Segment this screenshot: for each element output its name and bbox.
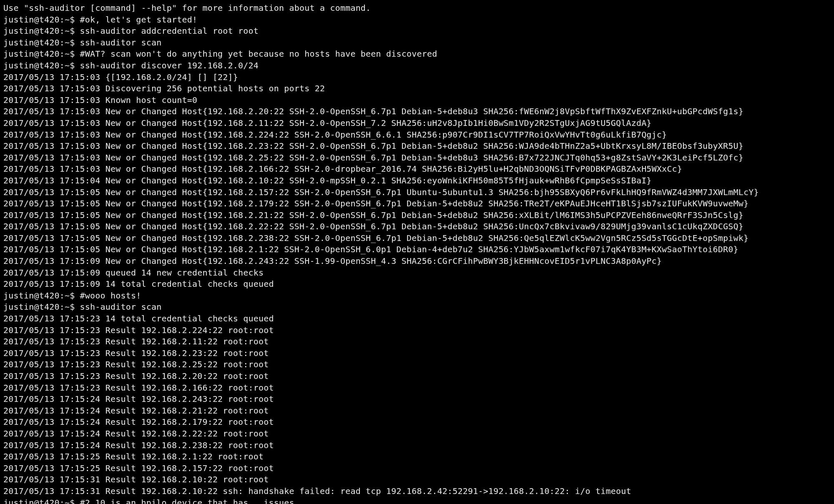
shell-prompt: justin@t420:~$	[3, 15, 75, 25]
terminal-line: 2017/05/13 17:15:03 New or Changed Host{…	[3, 106, 831, 118]
shell-prompt: justin@t420:~$	[3, 60, 75, 70]
command-text: #2.10 is an hpilo device that has.. issu…	[75, 498, 294, 504]
terminal-line: 2017/05/13 17:15:03 New or Changed Host{…	[3, 118, 831, 129]
terminal-line: 2017/05/13 17:15:25 Result 192.168.2.157…	[3, 463, 831, 474]
shell-prompt: justin@t420:~$	[3, 26, 75, 36]
terminal-line: Use "ssh-auditor [command] --help" for m…	[3, 3, 831, 14]
shell-prompt: justin@t420:~$	[3, 302, 75, 312]
terminal-line: 2017/05/13 17:15:05 New or Changed Host{…	[3, 187, 831, 198]
terminal-line: 2017/05/13 17:15:03 {[192.168.2.0/24] []…	[3, 72, 831, 83]
terminal-line: 2017/05/13 17:15:23 Result 192.168.2.11:…	[3, 336, 831, 348]
command-text: ssh-auditor discover 192.168.2.0/24	[75, 60, 259, 70]
terminal-line: 2017/05/13 17:15:09 New or Changed Host{…	[3, 256, 831, 267]
terminal-output[interactable]: Use "ssh-auditor [command] --help" for m…	[0, 0, 834, 504]
command-text: #wooo hosts!	[75, 291, 141, 301]
command-text: #ok, let's get started!	[75, 15, 197, 25]
terminal-line: 2017/05/13 17:15:03 New or Changed Host{…	[3, 129, 831, 141]
terminal-line: 2017/05/13 17:15:05 New or Changed Host{…	[3, 244, 831, 256]
terminal-line: 2017/05/13 17:15:05 New or Changed Host{…	[3, 221, 831, 233]
terminal-line: justin@t420:~$ #2.10 is an hpilo device …	[3, 497, 831, 504]
terminal-line: 2017/05/13 17:15:25 Result 192.168.2.1:2…	[3, 451, 831, 463]
command-text: ssh-auditor addcredential root root	[75, 26, 259, 36]
shell-prompt: justin@t420:~$	[3, 498, 75, 504]
terminal-line: 2017/05/13 17:15:23 14 total credential …	[3, 313, 831, 325]
terminal-line: 2017/05/13 17:15:05 New or Changed Host{…	[3, 198, 831, 210]
terminal-line: 2017/05/13 17:15:31 Result 192.168.2.10:…	[3, 474, 831, 486]
terminal-line: 2017/05/13 17:15:24 Result 192.168.2.243…	[3, 394, 831, 405]
terminal-line: justin@t420:~$ ssh-auditor addcredential…	[3, 25, 831, 37]
terminal-line: 2017/05/13 17:15:23 Result 192.168.2.166…	[3, 382, 831, 394]
terminal-line: 2017/05/13 17:15:23 Result 192.168.2.25:…	[3, 359, 831, 371]
shell-prompt: justin@t420:~$	[3, 49, 75, 59]
terminal-line: 2017/05/13 17:15:24 Result 192.168.2.21:…	[3, 405, 831, 417]
terminal-line: 2017/05/13 17:15:09 14 total credential …	[3, 278, 831, 290]
command-text: #WAT? scan won't do anything yet because…	[75, 49, 437, 59]
terminal-line: justin@t420:~$ ssh-auditor scan	[3, 37, 831, 49]
terminal-line: 2017/05/13 17:15:05 New or Changed Host{…	[3, 210, 831, 221]
terminal-line: 2017/05/13 17:15:23 Result 192.168.2.20:…	[3, 371, 831, 382]
terminal-line: 2017/05/13 17:15:04 New or Changed Host{…	[3, 175, 831, 187]
terminal-line: justin@t420:~$ ssh-auditor discover 192.…	[3, 60, 831, 72]
shell-prompt: justin@t420:~$	[3, 291, 75, 301]
terminal-line: 2017/05/13 17:15:24 Result 192.168.2.22:…	[3, 428, 831, 440]
terminal-line: 2017/05/13 17:15:24 Result 192.168.2.179…	[3, 416, 831, 428]
terminal-line: 2017/05/13 17:15:03 New or Changed Host{…	[3, 140, 831, 152]
terminal-line: 2017/05/13 17:15:05 New or Changed Host{…	[3, 233, 831, 244]
terminal-line: 2017/05/13 17:15:03 Discovering 256 pote…	[3, 83, 831, 95]
terminal-line: justin@t420:~$ #wooo hosts!	[3, 290, 831, 302]
terminal-line: 2017/05/13 17:15:03 New or Changed Host{…	[3, 163, 831, 175]
terminal-line: 2017/05/13 17:15:23 Result 192.168.2.224…	[3, 325, 831, 336]
terminal-line: 2017/05/13 17:15:31 Result 192.168.2.10:…	[3, 486, 831, 497]
terminal-line: justin@t420:~$ ssh-auditor scan	[3, 301, 831, 313]
command-text: ssh-auditor scan	[75, 38, 161, 48]
command-text: ssh-auditor scan	[75, 302, 161, 312]
terminal-line: 2017/05/13 17:15:09 queued 14 new creden…	[3, 267, 831, 279]
terminal-line: justin@t420:~$ #WAT? scan won't do anyth…	[3, 48, 831, 60]
terminal-line: 2017/05/13 17:15:23 Result 192.168.2.23:…	[3, 348, 831, 359]
terminal-line: justin@t420:~$ #ok, let's get started!	[3, 14, 831, 26]
terminal-line: 2017/05/13 17:15:24 Result 192.168.2.238…	[3, 440, 831, 451]
shell-prompt: justin@t420:~$	[3, 38, 75, 48]
terminal-line: 2017/05/13 17:15:03 Known host count=0	[3, 95, 831, 106]
terminal-line: 2017/05/13 17:15:03 New or Changed Host{…	[3, 152, 831, 164]
